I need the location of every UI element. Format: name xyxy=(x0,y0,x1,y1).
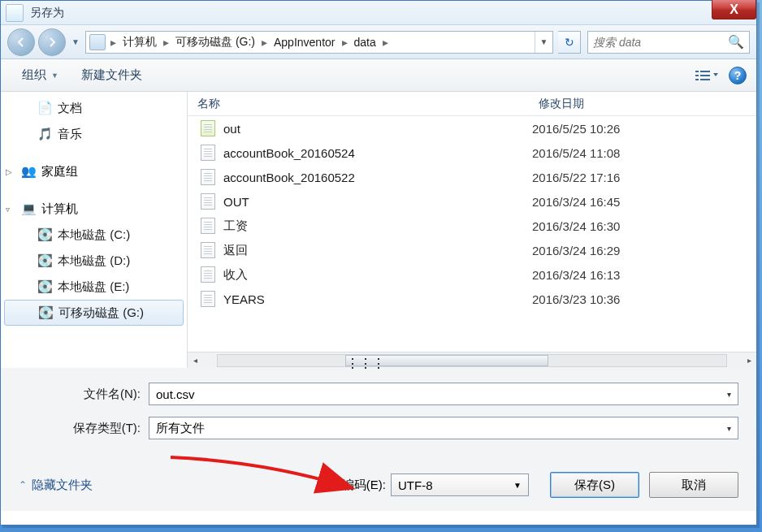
svg-rect-1 xyxy=(700,71,710,72)
file-list[interactable]: out2016/5/25 10:26accountBook_2016052420… xyxy=(188,116,756,352)
footer: ⌃隐藏文件夹 编码(E): UTF-8▼ 保存(S) 取消 xyxy=(1,462,756,511)
window-title: 另存为 xyxy=(30,6,64,20)
sidebar-item-music[interactable]: 🎵音乐 xyxy=(1,121,187,147)
file-date: 2016/5/25 10:26 xyxy=(532,122,756,136)
disk-icon: 💽 xyxy=(37,279,53,295)
encoding-label: 编码(E): xyxy=(342,478,386,493)
homegroup-icon: 👥 xyxy=(20,163,37,179)
crumb-sep-icon: ▸ xyxy=(340,36,349,49)
file-row[interactable]: 返回2016/3/24 16:29 xyxy=(188,238,756,262)
view-options-button[interactable] xyxy=(691,67,722,84)
search-input[interactable] xyxy=(593,36,725,49)
body: 📄文档 🎵音乐 ▷👥家庭组 ▿💻计算机 💽本地磁盘 (C:) 💽本地磁盘 (D:… xyxy=(1,92,756,368)
crumb-sep-icon: ▸ xyxy=(109,36,118,49)
computer-icon: 💻 xyxy=(20,201,37,217)
organize-button[interactable]: 组织▼ xyxy=(11,64,70,86)
sidebar-item-drive-c[interactable]: 💽本地磁盘 (C:) xyxy=(1,222,187,248)
filename-label: 文件名(N): xyxy=(19,387,149,402)
sidebar-item-drive-e[interactable]: 💽本地磁盘 (E:) xyxy=(1,274,187,300)
chevron-down-icon: ▿ xyxy=(6,205,10,214)
cancel-button[interactable]: 取消 xyxy=(649,472,738,498)
scroll-track[interactable]: ⋮⋮⋮ xyxy=(217,354,727,367)
forward-button[interactable] xyxy=(38,28,66,56)
column-modified[interactable]: 修改日期 xyxy=(529,97,756,111)
music-icon: 🎵 xyxy=(37,126,53,142)
file-row[interactable]: accountBook_201605222016/5/22 17:16 xyxy=(188,165,756,189)
file-icon xyxy=(199,144,217,162)
file-name: out xyxy=(223,122,532,136)
chevron-up-icon: ⌃ xyxy=(19,479,27,491)
file-date: 2016/3/24 16:30 xyxy=(532,219,756,233)
crumb-sep-icon: ▸ xyxy=(381,36,390,49)
sidebar-group-homegroup[interactable]: ▷👥家庭组 xyxy=(1,158,187,184)
new-folder-button[interactable]: 新建文件夹 xyxy=(70,64,154,86)
dropdown-icon[interactable]: ▾ xyxy=(727,390,731,399)
back-button[interactable] xyxy=(7,28,35,56)
file-date: 2016/3/24 16:13 xyxy=(532,268,756,282)
file-icon xyxy=(199,290,217,308)
sidebar-group-computer[interactable]: ▿💻计算机 xyxy=(1,196,187,222)
file-icon xyxy=(199,192,217,210)
toolbar: 组织▼ 新建文件夹 ? xyxy=(1,59,756,92)
file-name: 工资 xyxy=(223,218,532,234)
scroll-left-icon[interactable]: ◂ xyxy=(188,356,202,365)
file-row[interactable]: YEARS2016/3/23 10:36 xyxy=(188,287,756,311)
file-icon xyxy=(199,119,217,137)
filetype-label: 保存类型(T): xyxy=(19,421,149,436)
sidebar-item-drive-g[interactable]: 💽可移动磁盘 (G:) xyxy=(4,300,184,326)
navbar: ▼ ▸ 计算机 ▸ 可移动磁盘 (G:) ▸ AppInventor ▸ dat… xyxy=(1,25,756,59)
svg-rect-0 xyxy=(695,71,699,72)
crumb-folder1[interactable]: AppInventor xyxy=(269,32,340,53)
file-row[interactable]: out2016/5/25 10:26 xyxy=(188,116,756,141)
file-date: 2016/3/24 16:45 xyxy=(532,195,756,209)
crumb-folder2[interactable]: data xyxy=(349,32,381,53)
file-icon xyxy=(199,168,217,186)
file-name: 返回 xyxy=(223,243,532,258)
form-area: 文件名(N): out.csv▾ 保存类型(T): 所有文件▾ xyxy=(1,368,756,462)
dropdown-icon[interactable]: ▼ xyxy=(513,481,522,490)
file-name: accountBook_20160524 xyxy=(223,146,532,160)
file-row[interactable]: accountBook_201605242016/5/24 11:08 xyxy=(188,141,756,165)
file-date: 2016/5/24 11:08 xyxy=(532,146,756,160)
file-date: 2016/5/22 17:16 xyxy=(532,171,756,184)
filetype-field[interactable]: 所有文件▾ xyxy=(149,417,738,439)
history-dropdown[interactable]: ▼ xyxy=(69,34,82,50)
svg-rect-5 xyxy=(700,79,710,80)
crumb-drive[interactable]: 可移动磁盘 (G:) xyxy=(171,32,260,53)
refresh-button[interactable]: ↻ xyxy=(558,31,581,54)
crumb-computer[interactable]: 计算机 xyxy=(118,32,162,53)
hide-folders-link[interactable]: ⌃隐藏文件夹 xyxy=(19,478,93,493)
file-row[interactable]: 工资2016/3/24 16:30 xyxy=(188,214,756,238)
file-row[interactable]: 收入2016/3/24 16:13 xyxy=(188,262,756,287)
file-row[interactable]: OUT2016/3/24 16:45 xyxy=(188,189,756,214)
save-as-dialog: 另存为 X ▼ ▸ 计算机 ▸ 可移动磁盘 (G:) ▸ AppInventor… xyxy=(0,0,757,526)
column-name[interactable]: 名称 xyxy=(188,97,529,111)
crumb-sep-icon: ▸ xyxy=(162,36,171,49)
file-icon xyxy=(199,266,217,283)
scroll-thumb[interactable]: ⋮⋮⋮ xyxy=(345,355,548,366)
file-name: 收入 xyxy=(223,267,532,283)
crumb-sep-icon: ▸ xyxy=(260,36,269,49)
file-icon xyxy=(199,241,217,259)
svg-rect-3 xyxy=(700,75,710,76)
dropdown-icon[interactable]: ▾ xyxy=(727,424,731,433)
disk-icon: 💽 xyxy=(37,253,53,269)
save-button[interactable]: 保存(S) xyxy=(550,472,639,498)
scroll-right-icon[interactable]: ▸ xyxy=(742,356,756,365)
breadcrumb-dropdown[interactable]: ▼ xyxy=(535,32,552,53)
horizontal-scrollbar[interactable]: ◂ ⋮⋮⋮ ▸ xyxy=(188,352,756,368)
file-name: YEARS xyxy=(223,292,532,306)
filename-field[interactable]: out.csv▾ xyxy=(149,383,738,405)
close-button[interactable]: X xyxy=(712,0,756,19)
svg-rect-2 xyxy=(695,75,699,76)
encoding-select[interactable]: UTF-8▼ xyxy=(391,474,529,496)
file-list-pane: 名称 修改日期 out2016/5/25 10:26accountBook_20… xyxy=(188,92,756,368)
search-box[interactable]: 🔍 xyxy=(587,31,750,54)
help-button[interactable]: ? xyxy=(729,67,747,84)
disk-icon: 💽 xyxy=(37,305,54,321)
sidebar-item-documents[interactable]: 📄文档 xyxy=(1,95,187,121)
sidebar[interactable]: 📄文档 🎵音乐 ▷👥家庭组 ▿💻计算机 💽本地磁盘 (C:) 💽本地磁盘 (D:… xyxy=(1,92,188,368)
sidebar-item-drive-d[interactable]: 💽本地磁盘 (D:) xyxy=(1,248,187,274)
chevron-right-icon: ▷ xyxy=(6,167,12,176)
breadcrumb[interactable]: ▸ 计算机 ▸ 可移动磁盘 (G:) ▸ AppInventor ▸ data … xyxy=(85,31,553,54)
